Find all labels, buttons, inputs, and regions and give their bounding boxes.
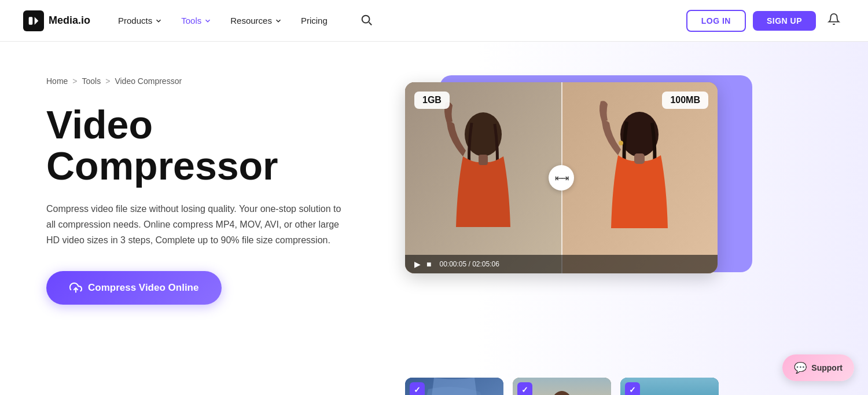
- breadcrumb-home[interactable]: Home: [46, 76, 68, 86]
- breadcrumb: Home > Tools > Video Compressor: [46, 76, 370, 86]
- left-column: Home > Tools > Video Compressor Video Co…: [46, 65, 370, 305]
- thumbnail-2[interactable]: ✓: [513, 378, 611, 395]
- timecode: 00:00:05 / 02:05:06: [439, 260, 499, 268]
- compress-button-label: Compress Video Online: [88, 282, 198, 294]
- right-column: 1GB: [405, 65, 845, 395]
- video-controls: ▶ ■ 00:00:05 / 02:05:06: [405, 255, 718, 273]
- chevron-down-icon: [155, 17, 163, 25]
- page-title: Video Compressor: [46, 104, 370, 187]
- thumbnail-3[interactable]: ✓: [620, 378, 719, 395]
- chevron-down-icon: [204, 17, 212, 25]
- support-label: Support: [811, 363, 843, 372]
- video-card: 1GB: [405, 82, 718, 273]
- svg-line-2: [369, 22, 372, 25]
- hero-visual: 1GB: [405, 71, 741, 349]
- nav-item-products[interactable]: Products: [111, 11, 170, 30]
- svg-point-11: [619, 141, 623, 145]
- breadcrumb-current: Video Compressor: [115, 76, 182, 86]
- split-handle[interactable]: ⇤⇥: [549, 165, 574, 191]
- size-badge-after: 100MB: [662, 92, 708, 109]
- video-left-half: 1GB: [405, 82, 561, 273]
- nav-items: Products Tools Resources Pricing: [111, 11, 334, 30]
- nav-item-pricing[interactable]: Pricing: [294, 11, 334, 30]
- breadcrumb-sep2: >: [105, 76, 110, 86]
- chevron-down-icon: [274, 17, 282, 25]
- nav-item-resources[interactable]: Resources: [223, 11, 289, 30]
- page-description: Compress video file size without losing …: [46, 201, 347, 248]
- thumbnail-strip: ✓: [405, 378, 719, 395]
- video-split: 1GB: [405, 82, 718, 273]
- logo[interactable]: Media.io: [23, 10, 90, 31]
- support-icon: 💬: [794, 361, 807, 374]
- stop-button[interactable]: ■: [426, 259, 431, 269]
- search-icon: [360, 13, 373, 26]
- svg-rect-7: [479, 155, 488, 165]
- notification-button[interactable]: [823, 8, 845, 33]
- thumbnail-2-check: ✓: [517, 382, 532, 395]
- nav-item-tools[interactable]: Tools: [174, 11, 219, 30]
- play-button[interactable]: ▶: [414, 259, 421, 269]
- thumbnail-1-check: ✓: [410, 382, 425, 395]
- bell-icon: [827, 13, 840, 25]
- svg-point-1: [362, 15, 369, 23]
- logo-icon: [23, 10, 44, 31]
- search-button[interactable]: [355, 9, 377, 33]
- video-left-image: [405, 82, 561, 273]
- breadcrumb-tools[interactable]: Tools: [82, 76, 101, 86]
- compress-video-button[interactable]: Compress Video Online: [46, 271, 222, 305]
- main-content: Home > Tools > Video Compressor Video Co…: [0, 42, 868, 395]
- svg-rect-0: [29, 17, 33, 24]
- upload-icon: [69, 281, 82, 294]
- size-badge-before: 1GB: [414, 92, 450, 109]
- support-button[interactable]: 💬 Support: [782, 354, 854, 381]
- thumbnail-1[interactable]: ✓: [405, 378, 503, 395]
- breadcrumb-sep1: >: [72, 76, 77, 86]
- navbar: Media.io Products Tools Resources Pricin…: [0, 0, 868, 42]
- logo-text: Media.io: [49, 14, 90, 27]
- svg-rect-12: [634, 153, 645, 164]
- login-button[interactable]: LOG IN: [686, 10, 746, 32]
- thumbnail-3-check: ✓: [625, 382, 640, 395]
- signup-button[interactable]: SIGN UP: [753, 11, 816, 31]
- video-right-image: [561, 82, 718, 273]
- video-right-half: 100MB: [561, 82, 718, 273]
